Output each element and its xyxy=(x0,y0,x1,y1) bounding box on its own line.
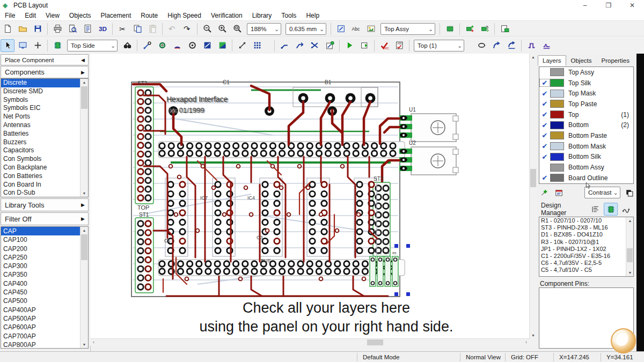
update-components[interactable] xyxy=(478,23,492,35)
list-item[interactable]: Con D-Sub xyxy=(1,189,80,197)
list-item[interactable]: Capacitors xyxy=(1,146,80,155)
drc-setup[interactable] xyxy=(392,39,406,52)
components-header[interactable]: Components ▶ xyxy=(1,66,89,78)
menu-item[interactable]: High Speed xyxy=(163,12,206,19)
list-item[interactable]: CAP500 xyxy=(1,297,80,305)
list-item[interactable]: CAP400 xyxy=(1,279,80,288)
list-item[interactable]: CAP350 xyxy=(1,270,80,279)
layer-row-top-assy[interactable]: ✔ Top Assy xyxy=(539,67,633,78)
layer-color-swatch[interactable] xyxy=(550,164,564,172)
layer-color-swatch[interactable] xyxy=(550,79,564,87)
layer-checkbox[interactable]: ✔ xyxy=(539,142,550,150)
layer-color-swatch[interactable] xyxy=(550,121,564,129)
menu-item[interactable]: Verification xyxy=(206,12,247,19)
place-via[interactable] xyxy=(155,39,169,52)
menu-item[interactable]: Library xyxy=(247,12,277,19)
loop-removal[interactable] xyxy=(474,39,488,52)
minimize-button[interactable]: – xyxy=(573,0,597,11)
filter-header[interactable]: Filter Off ▶ xyxy=(1,212,89,225)
list-item[interactable]: Symbols xyxy=(1,96,80,105)
component-row[interactable]: C5 - 4,7uf/10V - C5 xyxy=(539,267,626,274)
close-button[interactable]: ✕ xyxy=(620,0,644,11)
menu-item[interactable]: File xyxy=(0,12,20,19)
menu-item[interactable]: Help xyxy=(301,12,324,19)
list-item[interactable]: Discrete xyxy=(1,79,80,87)
layer-row-top-silk[interactable]: ✔ Top Silk xyxy=(539,78,633,88)
dm-scrollbar[interactable]: ▲ ▼ xyxy=(626,217,633,276)
scroll-down-icon[interactable]: ▼ xyxy=(80,341,88,348)
place-arc[interactable] xyxy=(170,39,184,52)
list-item[interactable]: Con Batteries xyxy=(1,172,80,181)
layer-row-bottom-paste[interactable]: ✔ Bottom Paste xyxy=(539,130,633,141)
list-item[interactable]: Con Board In xyxy=(1,181,80,189)
scroll-up-icon[interactable]: ▲ xyxy=(530,54,537,61)
zoom-window[interactable] xyxy=(230,23,244,35)
arrange-components[interactable] xyxy=(463,23,477,35)
undo[interactable] xyxy=(165,23,179,35)
scroll-up-icon[interactable]: ▲ xyxy=(626,217,634,224)
list-item[interactable]: CAP300 xyxy=(1,262,80,270)
dm-pins-view-button[interactable] xyxy=(589,203,603,216)
new-file[interactable] xyxy=(1,23,14,35)
list-item[interactable]: CAP700AP xyxy=(1,332,80,341)
run-drc[interactable] xyxy=(377,39,391,52)
layer-setup-button[interactable] xyxy=(553,186,565,199)
zoom-in[interactable] xyxy=(215,23,229,35)
tab-layers[interactable]: Layers xyxy=(538,55,566,66)
layer-checkbox[interactable]: ✔ xyxy=(539,121,550,129)
measure-tool[interactable] xyxy=(235,39,249,52)
layer-color-swatch[interactable] xyxy=(550,153,564,161)
add-layer-button[interactable] xyxy=(538,186,550,199)
renew-layout[interactable] xyxy=(497,23,511,35)
layer-row-top-mask[interactable]: ✔ Top Mask xyxy=(539,88,633,99)
placement-setup[interactable] xyxy=(443,23,457,35)
scroll-left-icon[interactable]: ‹ xyxy=(90,339,97,346)
reports[interactable] xyxy=(80,23,94,35)
layer-color-swatch[interactable] xyxy=(550,110,564,119)
place-component[interactable] xyxy=(50,39,64,52)
list-item[interactable]: CAP100 xyxy=(1,235,80,244)
default-cursor[interactable] xyxy=(1,39,14,52)
find-component[interactable] xyxy=(120,39,134,52)
list-item[interactable]: CAP250 xyxy=(1,253,80,262)
run-autorouter[interactable] xyxy=(342,39,356,52)
print[interactable] xyxy=(50,23,64,35)
menu-item[interactable]: Edit xyxy=(20,12,41,19)
place-picture[interactable] xyxy=(364,23,378,35)
groups-scrollbar[interactable]: ▲ ▼ xyxy=(80,79,88,197)
component-row[interactable]: D1 - BZX85 - DO41Z10 xyxy=(539,231,626,238)
layer-colors-button[interactable] xyxy=(624,186,635,199)
open-file[interactable] xyxy=(16,23,30,35)
list-item[interactable]: CAP450 xyxy=(1,288,80,297)
place-component-header[interactable]: Place Component ◀ xyxy=(1,54,89,65)
layer-checkbox[interactable]: ✔ xyxy=(539,100,550,108)
meander-setup[interactable] xyxy=(539,39,553,52)
scroll-right-icon[interactable]: › xyxy=(523,339,530,346)
route-mode-2[interactable] xyxy=(292,39,306,52)
print-preview[interactable] xyxy=(65,23,79,35)
dm-nets-view-button[interactable] xyxy=(619,203,633,216)
tab-properties[interactable]: Properties xyxy=(597,55,634,66)
copy[interactable] xyxy=(130,23,144,35)
list-item[interactable]: Con Backplane xyxy=(1,164,80,172)
save-file[interactable] xyxy=(31,23,45,35)
curved-route-1[interactable] xyxy=(489,39,503,52)
menu-item[interactable]: Tools xyxy=(276,12,301,19)
dm-components-view-button[interactable] xyxy=(604,203,618,216)
component-view-mode[interactable] xyxy=(16,39,30,52)
edit-shapes[interactable] xyxy=(334,23,348,35)
title-bar[interactable]: ◆ PCB Layout – ❐ ✕ xyxy=(0,0,644,11)
autorouter-setup[interactable] xyxy=(357,39,371,52)
zoom-level-select[interactable]: 188%⌄ xyxy=(247,23,281,35)
meander-route[interactable] xyxy=(524,39,538,52)
scroll-down-icon[interactable]: ▼ xyxy=(530,332,537,339)
route-setup[interactable] xyxy=(323,39,336,52)
assembly-layer-select[interactable]: Top Assy⌄ xyxy=(380,23,435,35)
restore-button[interactable]: ❐ xyxy=(597,0,620,11)
view-3d[interactable] xyxy=(96,23,109,35)
layer-checkbox[interactable]: ✔ xyxy=(539,153,550,161)
signal-layer-select[interactable]: Top (1)⌄ xyxy=(414,40,464,51)
design-canvas[interactable]: ST2C1B1Hexapod InterfaceHexapod Interfac… xyxy=(90,54,537,346)
layer-checkbox[interactable]: ✔ xyxy=(539,79,550,87)
list-item[interactable]: Batteries xyxy=(1,130,80,138)
